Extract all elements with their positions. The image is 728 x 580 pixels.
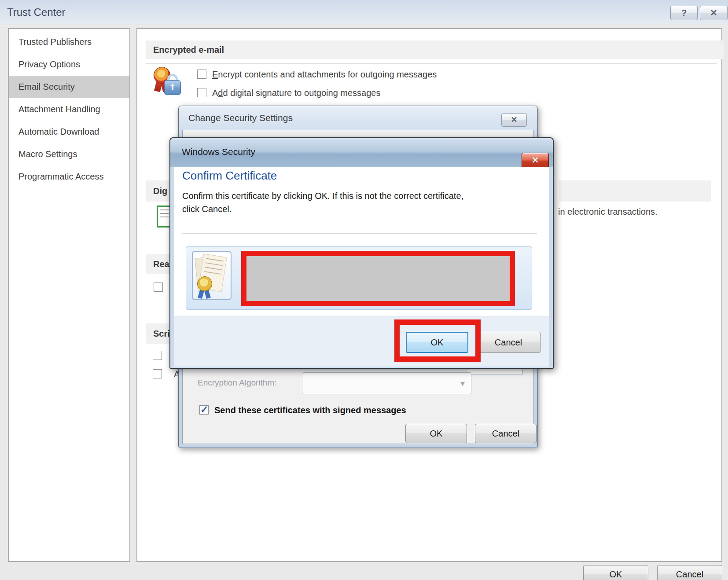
seal-icon bbox=[197, 276, 212, 291]
sidebar-item-privacy-options[interactable]: Privacy Options bbox=[9, 53, 129, 76]
sidebar-item-email-security[interactable]: Email Security bbox=[9, 76, 129, 98]
read-plain-text-checkbox[interactable] bbox=[154, 283, 163, 292]
chevron-down-icon: ▾ bbox=[460, 378, 465, 389]
windows-security-cancel-button[interactable]: Cancel bbox=[476, 332, 540, 353]
titlebar: Trust Center ? ✕ bbox=[0, 0, 728, 25]
encrypt-contents-checkbox[interactable] bbox=[197, 70, 206, 79]
add-signature-checkbox[interactable] bbox=[197, 88, 206, 97]
encryption-algorithm-select[interactable]: ▾ bbox=[302, 372, 471, 394]
section-header-digital-ids-right bbox=[559, 180, 711, 202]
help-icon: ? bbox=[681, 8, 687, 18]
confirm-certificate-heading: Confirm Certificate bbox=[182, 169, 277, 183]
close-icon: ✕ bbox=[710, 8, 717, 18]
check-icon: ✓ bbox=[200, 404, 208, 415]
divider bbox=[182, 233, 537, 234]
sidebar-item-macro-settings[interactable]: Macro Settings bbox=[9, 143, 129, 165]
sidebar-item-programmatic-access[interactable]: Programmatic Access bbox=[9, 165, 129, 188]
sidebar-item-trusted-publishers[interactable]: Trusted Publishers bbox=[9, 31, 129, 53]
confirm-certificate-text-line1: Confirm this certificate by clicking OK.… bbox=[182, 191, 463, 201]
window-title: Trust Center bbox=[7, 6, 65, 18]
section-divider bbox=[146, 63, 717, 64]
close-icon: ✕ bbox=[532, 155, 539, 165]
encrypt-contents-label: Encrypt contents and attachments for out… bbox=[212, 70, 437, 79]
send-certificates-label: Send these certificates with signed mess… bbox=[214, 405, 406, 415]
dialog-title: Change Security Settings bbox=[188, 113, 293, 123]
help-button[interactable]: ? bbox=[670, 6, 698, 20]
dialog-title: Windows Security bbox=[182, 147, 255, 157]
choose-button-fragment[interactable] bbox=[468, 369, 523, 375]
annotation-highlight-ok-button bbox=[394, 319, 481, 362]
windows-security-close-button[interactable]: ✕ bbox=[522, 153, 549, 169]
allow-script-public-checkbox[interactable] bbox=[153, 369, 162, 378]
change-security-close-button[interactable]: ✕ bbox=[501, 113, 527, 127]
add-signature-label: Add digital signature to outgoing messag… bbox=[212, 88, 380, 98]
windows-security-titlebar: Windows Security bbox=[170, 138, 553, 167]
change-security-ok-button[interactable]: OK bbox=[405, 424, 467, 443]
sidebar-item-attachment-handling[interactable]: Attachment Handling bbox=[9, 98, 129, 121]
encryption-algorithm-label: Encryption Algorithm: bbox=[198, 378, 277, 388]
trust-center-ok-button[interactable]: OK bbox=[583, 565, 648, 580]
encrypted-email-icon bbox=[153, 67, 184, 99]
send-certificates-checkbox[interactable]: ✓ bbox=[199, 405, 209, 415]
sidebar-item-automatic-download[interactable]: Automatic Download bbox=[9, 121, 129, 143]
trust-center-window: Trust Center ? ✕ Trusted Publishers Priv… bbox=[0, 0, 728, 580]
annotation-redacted-certificate-name bbox=[241, 251, 515, 306]
close-icon: ✕ bbox=[511, 115, 517, 124]
certificate-icon bbox=[192, 251, 232, 300]
close-button[interactable]: ✕ bbox=[700, 6, 728, 20]
trust-center-cancel-button[interactable]: Cancel bbox=[657, 565, 722, 580]
section-header-encrypted-email: Encrypted e-mail bbox=[146, 40, 724, 59]
change-security-cancel-button[interactable]: Cancel bbox=[475, 424, 537, 443]
allow-script-shared-checkbox[interactable] bbox=[153, 351, 162, 360]
digital-ids-description-fragment: in electronic transactions. bbox=[558, 207, 658, 217]
confirm-certificate-text-line2: click Cancel. bbox=[182, 204, 232, 214]
sidebar: Trusted Publishers Privacy Options Email… bbox=[8, 28, 130, 562]
